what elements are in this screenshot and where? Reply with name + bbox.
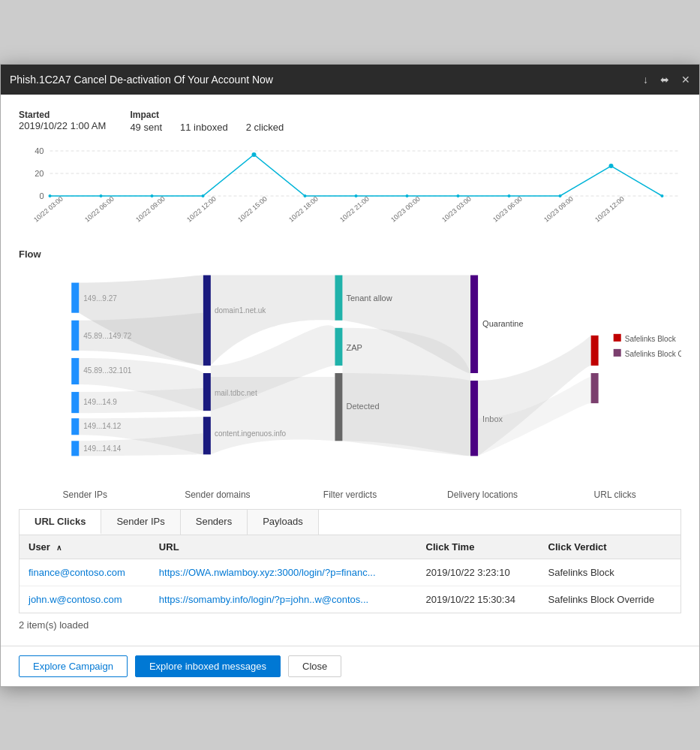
svg-point-8 (151, 194, 154, 197)
tab-payloads[interactable]: Payloads (248, 510, 318, 535)
col-label-filter-verdicts: Filter verdicts (284, 489, 416, 500)
svg-text:Safelinks Block Override: Safelinks Block Override (625, 349, 681, 357)
cell-verdict: Safelinks Block (539, 559, 680, 586)
impact-values: 49 sent 11 inboxed 2 clicked (130, 122, 284, 133)
sankey-diagram: 149...9.27 45.89...149.72 45.89...32.101… (19, 264, 681, 489)
svg-rect-44 (203, 372, 211, 410)
impact-inboxed: 11 inboxed (180, 122, 228, 133)
svg-rect-50 (335, 327, 342, 365)
svg-text:40: 40 (35, 146, 44, 155)
svg-point-9 (202, 194, 205, 197)
url-link[interactable]: https://somamby.info/login/?p=john..w@co… (159, 594, 368, 605)
svg-text:10/23 12:00: 10/23 12:00 (593, 194, 626, 223)
table-header-row: User ∧ URL Click Time Click Verdict (20, 535, 680, 559)
svg-text:10/23 09:00: 10/23 09:00 (542, 194, 575, 223)
data-table: User ∧ URL Click Time Click Verdict fina… (20, 535, 680, 613)
svg-rect-33 (71, 357, 79, 384)
svg-rect-31 (71, 282, 79, 312)
impact-label: Impact (130, 110, 284, 120)
svg-rect-59 (591, 335, 599, 365)
impact-clicked: 2 clicked (246, 122, 284, 133)
share-icon[interactable]: ⬌ (660, 74, 669, 86)
svg-text:10/23 00:00: 10/23 00:00 (389, 194, 422, 223)
status-text: 2 item(s) loaded (19, 619, 89, 631)
cell-click-time: 2019/10/22 3:23:10 (417, 559, 539, 586)
table-row: john.w@contoso.com https://somamby.info/… (20, 586, 680, 613)
svg-point-7 (100, 194, 103, 197)
svg-point-15 (508, 194, 511, 197)
user-link[interactable]: john.w@contoso.com (29, 594, 122, 605)
tabs-row: URL Clicks Sender IPs Senders Payloads (19, 509, 681, 535)
cell-url: https://OWA.nwlamboy.xyz:3000/login/?p=f… (150, 559, 417, 586)
main-window: Phish.1C2A7 Cancel De-activation Of Your… (0, 64, 700, 687)
started-label: Started (19, 110, 106, 120)
svg-text:10/22 09:00: 10/22 09:00 (134, 194, 167, 223)
svg-text:10/22 12:00: 10/22 12:00 (185, 194, 218, 223)
svg-point-13 (406, 194, 409, 197)
timeline-chart: 40 20 0 10/22 03:00 (19, 143, 681, 241)
download-icon[interactable]: ↓ (643, 74, 648, 86)
tab-senders[interactable]: Senders (181, 510, 248, 535)
explore-inboxed-button[interactable]: Explore inboxed messages (135, 655, 281, 677)
cell-click-time: 2019/10/22 15:30:34 (417, 586, 539, 613)
col-label-url-clicks: URL clicks (548, 489, 681, 500)
svg-rect-63 (614, 348, 621, 356)
svg-point-6 (49, 194, 52, 197)
col-label-sender-domains: Sender domains (152, 489, 284, 500)
footer-bar: Explore Campaign Explore inboxed message… (1, 646, 699, 686)
svg-rect-36 (71, 441, 79, 456)
started-value: 2019/10/22 1:00 AM (19, 120, 106, 131)
svg-text:20: 20 (35, 169, 44, 178)
col-header-click-verdict: Click Verdict (539, 535, 680, 559)
svg-text:10/22 18:00: 10/22 18:00 (287, 194, 320, 223)
url-link[interactable]: https://OWA.nwlamboy.xyz:3000/login/?p=f… (159, 567, 376, 578)
flow-label: Flow (19, 248, 681, 260)
col-header-click-time: Click Time (417, 535, 539, 559)
user-link[interactable]: finance@contoso.com (29, 567, 125, 578)
cell-user: john.w@contoso.com (20, 586, 150, 613)
tab-url-clicks[interactable]: URL Clicks (20, 510, 101, 535)
svg-point-11 (304, 194, 307, 197)
svg-rect-56 (470, 381, 478, 456)
impact-sent: 49 sent (130, 122, 162, 133)
svg-rect-49 (335, 275, 342, 320)
svg-text:10/23 03:00: 10/23 03:00 (440, 194, 473, 223)
close-button[interactable]: Close (288, 655, 341, 677)
status-row: 2 item(s) loaded (19, 613, 681, 634)
svg-rect-55 (470, 275, 478, 372)
col-label-sender-ips: Sender IPs (19, 489, 152, 500)
svg-rect-60 (591, 372, 599, 402)
svg-text:10/22 06:00: 10/22 06:00 (83, 194, 116, 223)
sankey-svg: 149...9.27 45.89...149.72 45.89...32.101… (19, 264, 681, 489)
col-header-user[interactable]: User ∧ (20, 535, 150, 559)
svg-rect-45 (203, 417, 211, 454)
window-controls: ↓ ⬌ ✕ (643, 74, 690, 86)
chart-svg: 40 20 0 10/22 03:00 (19, 143, 681, 241)
cell-url: https://somamby.info/login/?p=john..w@co… (150, 586, 417, 613)
svg-rect-35 (71, 418, 79, 435)
svg-point-18 (661, 194, 664, 197)
cell-user: finance@contoso.com (20, 559, 150, 586)
col-label-delivery-locations: Delivery locations (416, 489, 549, 500)
svg-text:10/22 15:00: 10/22 15:00 (236, 194, 269, 223)
content-area: Started 2019/10/22 1:00 AM Impact 49 sen… (1, 95, 699, 646)
svg-point-12 (355, 194, 358, 197)
tab-sender-ips[interactable]: Sender IPs (101, 510, 180, 535)
svg-text:10/22 21:00: 10/22 21:00 (338, 194, 371, 223)
svg-text:0: 0 (39, 191, 44, 200)
window-title: Phish.1C2A7 Cancel De-activation Of Your… (10, 74, 273, 86)
svg-rect-61 (614, 333, 621, 341)
table-row: finance@contoso.com https://OWA.nwlamboy… (20, 559, 680, 586)
column-labels: Sender IPs Sender domains Filter verdict… (19, 489, 681, 500)
explore-campaign-button[interactable]: Explore Campaign (19, 655, 128, 677)
title-bar: Phish.1C2A7 Cancel De-activation Of Your… (1, 65, 699, 95)
svg-text:Safelinks Block: Safelinks Block (625, 334, 677, 342)
close-icon[interactable]: ✕ (681, 74, 690, 86)
table-body: finance@contoso.com https://OWA.nwlamboy… (20, 559, 680, 613)
svg-text:10/23 06:00: 10/23 06:00 (491, 194, 524, 223)
started-section: Started 2019/10/22 1:00 AM (19, 110, 106, 133)
svg-point-16 (559, 194, 562, 197)
meta-row: Started 2019/10/22 1:00 AM Impact 49 sen… (19, 110, 681, 133)
impact-section: Impact 49 sent 11 inboxed 2 clicked (130, 110, 284, 133)
svg-point-10 (252, 152, 257, 157)
